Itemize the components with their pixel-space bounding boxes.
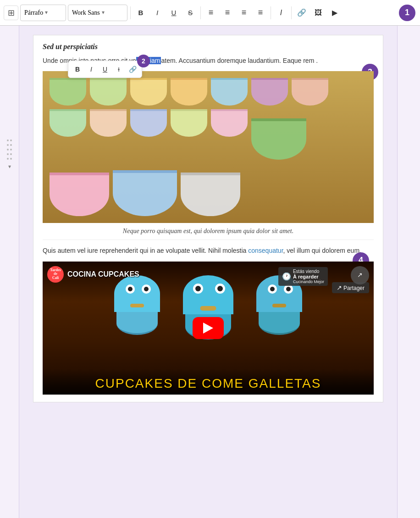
text-italic-button[interactable]: I: [274, 6, 288, 20]
cupcake-liner-large: [113, 170, 177, 216]
eye-left: [126, 284, 135, 294]
dot: [7, 158, 9, 160]
badge-1: 1: [399, 5, 415, 21]
cookie-r: [272, 304, 286, 307]
cupcake-liner-large: [50, 173, 109, 216]
cocinando-label: Cucinando Mejor: [293, 279, 324, 284]
dot: [7, 153, 9, 155]
sidebar-down-arrow[interactable]: ▾: [8, 163, 11, 170]
cupcake-top-middle: [183, 275, 233, 314]
paragraph-label: Párrafo: [24, 9, 43, 17]
paragraph-2: Quis autem vel iure reprehenderit qui in…: [43, 245, 374, 256]
video-embed[interactable]: TardesdeCali COCINA CUPCAKES 🕐 Estás vie…: [43, 262, 374, 395]
align-center-button[interactable]: ≡: [220, 6, 235, 20]
estas-viendo-box: 🕐 Estás viendo À regarder Cucinando Mejo…: [278, 267, 328, 286]
strikethrough-button[interactable]: S: [183, 6, 198, 20]
italic-button[interactable]: I: [150, 6, 165, 20]
dot: [10, 149, 12, 150]
align-justify-button[interactable]: ≡: [253, 6, 268, 20]
cupcake-liner: [50, 109, 86, 137]
video-channel-badge: TardesdeCali COCINA CUPCAKES: [47, 266, 139, 283]
cupcake-liner: [50, 78, 86, 106]
dot: [7, 144, 9, 146]
main-layout: ▾ B I U I 🔗 2 Sed ut perspiciatis Unde o…: [0, 26, 420, 518]
video-title-top: COCINA CUPCAKES: [67, 270, 139, 278]
channel-icon: TardesdeCali: [47, 266, 64, 283]
cupcake-liner-large: [251, 118, 306, 160]
link-button[interactable]: 🔗: [294, 6, 309, 20]
cupcake-liner-left: [116, 312, 158, 335]
video-bottom-title: CUPCAKES DE COME GALLETAS: [48, 376, 368, 391]
left-sidebar: ▾: [0, 26, 19, 518]
cupcake-liner: [130, 109, 167, 137]
dot: [10, 158, 12, 160]
main-toolbar: ⊞ Párrafo ▾ Work Sans ▾ B I U S ≡ ≡ ≡ ≡ …: [0, 0, 420, 26]
video-bottom-bar: CUPCAKES DE COME GALLETAS: [43, 369, 374, 395]
align-right-button[interactable]: ≡: [237, 6, 251, 20]
grid-icon: ⊞: [8, 8, 15, 18]
content-heading: Sed ut perspiciatis: [43, 43, 374, 51]
partager-label: Partager: [343, 285, 365, 291]
dot-row-4: [7, 153, 12, 155]
align-left-button[interactable]: ≡: [204, 6, 218, 20]
paragraph-2-end: , vel illum qui dolorem eum.: [283, 247, 361, 254]
inline-text-toolbar: B I U I 🔗 2: [68, 61, 142, 78]
badge-1-container: 1: [399, 5, 415, 21]
sidebar-dots: [7, 139, 12, 160]
content-area: B I U I 🔗 2 Sed ut perspiciatis Unde omn…: [19, 26, 397, 518]
paragraph-arrow: ▾: [45, 9, 48, 16]
cupcake-image: [43, 71, 374, 223]
paragraph-style-select[interactable]: Párrafo ▾: [20, 5, 66, 21]
inline-bold-button[interactable]: B: [71, 63, 84, 76]
video-background: TardesdeCali COCINA CUPCAKES 🕐 Estás vie…: [43, 262, 374, 395]
video-share-btn[interactable]: ↗: [351, 266, 369, 284]
eye-left-m: [193, 284, 203, 294]
toolbar-divider-3: [271, 6, 271, 19]
eye-right-m: [215, 284, 225, 294]
font-label: Work Sans: [72, 9, 100, 17]
play-triangle-icon: [203, 323, 213, 334]
toolbar-divider-4: [291, 6, 292, 19]
consequatur-link[interactable]: consequatur: [248, 247, 283, 254]
font-family-select[interactable]: Work Sans ▾: [68, 5, 127, 21]
eye-left-r: [268, 284, 277, 294]
cupcake-liner: [251, 78, 288, 106]
bold-button[interactable]: B: [133, 6, 148, 20]
font-arrow: ▾: [102, 9, 105, 16]
cupcake-liner: [211, 78, 248, 106]
cookie: [130, 304, 144, 307]
image-caption: Neque porro quisquam est, qui dolorem ip…: [43, 223, 374, 240]
eye-right-r: [284, 284, 293, 294]
channel-icon-text: TardesdeCali: [50, 268, 61, 280]
cupcake-liner: [292, 78, 328, 106]
cupcake-liner-right: [259, 312, 300, 335]
dot-row-3: [7, 149, 12, 150]
editor-block[interactable]: Sed ut perspiciatis Unde omnis iste natu…: [33, 35, 383, 402]
right-sidebar: [397, 26, 420, 518]
video-play-button[interactable]: [193, 317, 224, 339]
image-container: 3: [43, 71, 374, 223]
eye-right: [142, 284, 151, 294]
cupcake-liner: [171, 78, 207, 106]
video-wrapper: 4: [43, 262, 374, 395]
inline-underline-button[interactable]: U: [99, 63, 111, 76]
estas-viendo-label: Estás viendo: [293, 269, 324, 274]
cupcake-liner: [130, 78, 167, 106]
cupcake-liner: [211, 109, 248, 137]
dot: [7, 149, 9, 150]
dot-row-1: [7, 139, 12, 141]
paragraph-1-part2: atem. Accusantium doremque laudantium. E…: [161, 57, 316, 64]
inline-link-button[interactable]: 🔗: [126, 63, 139, 76]
badge-2: 2: [137, 55, 150, 67]
inline-italic-button[interactable]: I: [85, 63, 98, 76]
toolbar-divider-1: [130, 6, 131, 19]
image-button[interactable]: 🖼: [311, 6, 326, 20]
cupcake-left: [114, 275, 160, 340]
media-button[interactable]: ▶: [327, 6, 342, 20]
cupcake-liner-large: [181, 173, 240, 216]
underline-button[interactable]: U: [166, 6, 181, 20]
dot: [10, 153, 12, 155]
dot: [10, 139, 12, 141]
grid-icon-button[interactable]: ⊞: [4, 6, 18, 20]
inline-strikethrough-button[interactable]: I: [112, 63, 125, 76]
